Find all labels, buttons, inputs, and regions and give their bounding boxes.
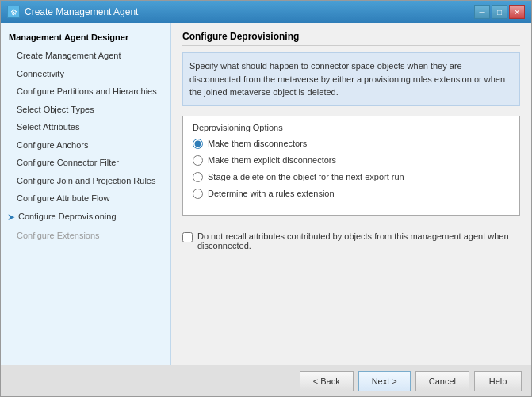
radio-stage-delete-input[interactable] [193,172,203,182]
sidebar-item-configure-deprovisioning[interactable]: ➤ Configure Deprovisioning [1,208,170,227]
title-controls: ─ □ ✕ [474,5,525,19]
radio-disconnectors: Make them disconnectors [193,139,510,149]
radio-rules-extension-input[interactable] [193,189,203,199]
next-button[interactable]: Next > [358,371,411,391]
content-area: Management Agent Designer Create Managem… [1,23,531,365]
radio-stage-delete-label[interactable]: Stage a delete on the object for the nex… [208,172,404,181]
do-not-recall-checkbox[interactable] [182,232,193,242]
radio-explicit-disconnectors-label[interactable]: Make them explicit disconnectors [208,155,336,165]
current-arrow-icon: ➤ [7,210,15,224]
app-icon: ⚙ [7,6,20,18]
sidebar-item-configure-join-projection[interactable]: Configure Join and Projection Rules [1,172,170,190]
help-button[interactable]: Help [474,371,522,391]
radio-disconnectors-input[interactable] [193,139,203,149]
radio-rules-extension: Determine with a rules extension [193,189,510,199]
sidebar-item-select-attributes[interactable]: Select Attributes [1,118,170,136]
title-bar-left: ⚙ Create Management Agent [7,6,138,18]
sidebar-item-configure-connector-filter[interactable]: Configure Connector Filter [1,154,170,172]
close-button[interactable]: ✕ [509,5,525,19]
sidebar-header: Management Agent Designer [1,29,170,47]
sidebar-item-configure-anchors[interactable]: Configure Anchors [1,136,170,155]
window-title: Create Management Agent [25,6,138,17]
cancel-button[interactable]: Cancel [415,371,469,391]
group-box-title: Deprovisioning Options [193,123,510,132]
sidebar: Management Agent Designer Create Managem… [1,23,171,365]
sidebar-item-configure-attribute-flow[interactable]: Configure Attribute Flow [1,189,170,208]
back-button[interactable]: < Back [300,371,354,391]
sidebar-item-create-management-agent[interactable]: Create Management Agent [1,47,170,65]
footer: < Back Next > Cancel Help [1,365,531,396]
main-window: ⚙ Create Management Agent ─ □ ✕ Manageme… [0,0,532,397]
title-bar: ⚙ Create Management Agent ─ □ ✕ [1,1,531,23]
radio-rules-extension-label[interactable]: Determine with a rules extension [208,189,335,198]
radio-explicit-disconnectors: Make them explicit disconnectors [193,155,510,166]
sidebar-item-configure-extensions[interactable]: Configure Extensions [1,227,170,245]
maximize-button[interactable]: □ [492,5,507,19]
sidebar-item-connectivity[interactable]: Connectivity [1,65,170,83]
sidebar-item-configure-partitions[interactable]: Configure Partitions and Hierarchies [1,82,170,101]
deprovisioning-options-group: Deprovisioning Options Make them disconn… [182,116,520,216]
do-not-recall-label[interactable]: Do not recall attributes contributed by … [197,231,520,250]
panel-title: Configure Deprovisioning [182,31,520,46]
sidebar-item-select-object-types[interactable]: Select Object Types [1,101,170,119]
do-not-recall-area: Do not recall attributes contributed by … [182,227,520,255]
description-text: Specify what should happen to connector … [182,52,520,106]
radio-disconnectors-label[interactable]: Make them disconnectors [208,139,307,148]
minimize-button[interactable]: ─ [474,5,490,19]
radio-stage-delete: Stage a delete on the object for the nex… [193,172,510,182]
main-panel: Configure Deprovisioning Specify what sh… [171,23,531,365]
radio-explicit-disconnectors-input[interactable] [193,155,203,166]
